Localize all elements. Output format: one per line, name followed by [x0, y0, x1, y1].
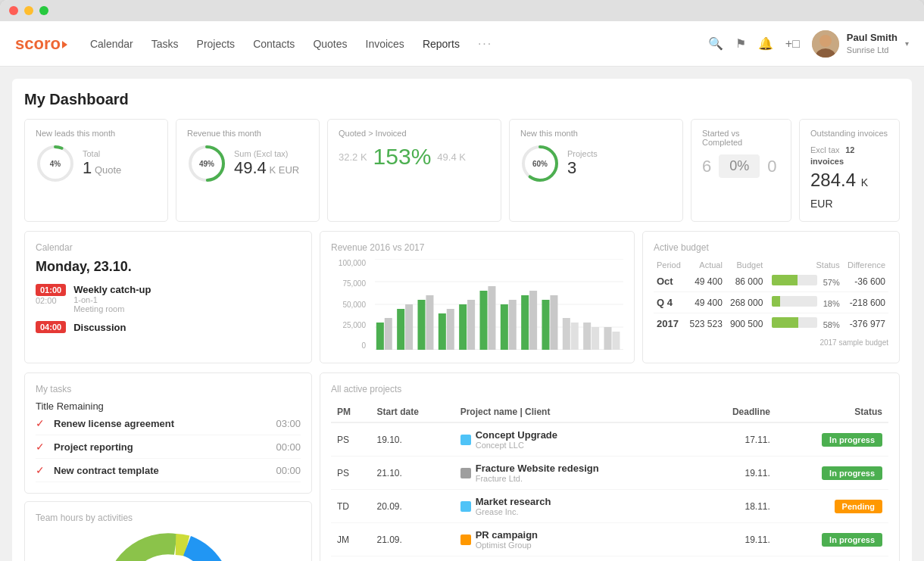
budget-row-2017: 2017 523 523 900 500 58% -376 977: [654, 313, 888, 335]
bookmark-icon[interactable]: ⚑: [735, 36, 746, 51]
project-row[interactable]: TD 20.09. Market research Grease Inc. 18…: [331, 490, 888, 523]
stat-leads: New leads this month 4% Total 1: [24, 119, 168, 222]
nav-tasks[interactable]: Tasks: [151, 38, 179, 50]
stat-quoted-label: Quoted > Invoiced: [339, 129, 490, 138]
nav-reports[interactable]: Reports: [423, 38, 460, 50]
project-row[interactable]: JM 21.09. PR campaign Optimist Group 19.…: [331, 523, 888, 556]
budget-actual-q4: 49 400: [685, 292, 725, 313]
budget-col-actual: Actual: [685, 259, 725, 271]
svg-rect-14: [376, 323, 384, 350]
stat-started-vs-label: Started vs Completed: [702, 129, 780, 147]
proj-status-badge: In progress: [822, 533, 882, 547]
nav-quotes[interactable]: Quotes: [313, 38, 347, 50]
dashboard-title: My Dashboard: [24, 91, 900, 108]
logo-arrow-icon: [62, 41, 67, 48]
new-month-percent: 60%: [532, 160, 548, 168]
team-hours-card: Team hours by activities: [24, 501, 312, 561]
event-2-title: Discussion: [73, 322, 126, 333]
budget-period-q4: Q 4: [654, 292, 685, 313]
started-right: 0: [767, 157, 776, 176]
proj-client: Concept LLC: [476, 441, 557, 450]
proj-deadline: 19.11.: [699, 457, 776, 490]
event-1-start: 01:00: [36, 284, 66, 296]
proj-start: 20.09.: [371, 556, 454, 562]
chart-bars-area: [375, 259, 623, 352]
event-1-sub1: 1-on-1: [73, 295, 301, 304]
revenue-circle: 49%: [187, 144, 226, 183]
stat-leads-content: 4% Total 1 Quote: [36, 144, 157, 183]
budget-diff-2017: -376 977: [843, 313, 888, 335]
add-icon[interactable]: +□: [785, 37, 800, 51]
more-menu-button[interactable]: ···: [478, 37, 492, 51]
project-row[interactable]: PS 21.10. Fracture Website redesign Frac…: [331, 457, 888, 490]
svg-rect-17: [405, 304, 413, 350]
svg-rect-26: [501, 304, 508, 350]
stat-outstanding-label: Outstanding invoices: [810, 129, 888, 138]
logo[interactable]: scoro: [15, 34, 67, 54]
navbar: scoro Calendar Tasks Projects Contacts Q…: [0, 21, 924, 67]
stat-new-month-label: New this month: [520, 129, 672, 138]
svg-rect-21: [447, 309, 454, 350]
svg-rect-27: [509, 300, 517, 350]
search-icon[interactable]: 🔍: [708, 36, 723, 51]
maximize-button[interactable]: [39, 6, 48, 15]
close-button[interactable]: [9, 6, 18, 15]
project-row[interactable]: PS 19.10. Concept Upgrade Concept LLC 17…: [331, 422, 888, 457]
proj-name: Fracture Website redesign: [476, 463, 599, 474]
nav-icons: 🔍 ⚑ 🔔 +□: [708, 36, 800, 51]
avatar-image: [812, 30, 839, 58]
project-row[interactable]: KM 20.09. Project for Luminous Group 18.…: [331, 556, 888, 562]
nav-invoices[interactable]: Invoices: [366, 38, 404, 50]
stat-leads-label: New leads this month: [36, 129, 157, 138]
task-2-time: 00:00: [276, 441, 301, 453]
budget-row-q4: Q 4 49 400 268 000 18% -218 600: [654, 292, 888, 313]
budget-label: Active budget: [654, 242, 888, 253]
svg-point-1: [819, 35, 832, 47]
leads-percent: 4%: [50, 160, 61, 168]
stat-revenue-label: Revenue this month: [187, 129, 308, 138]
stats-row: New leads this month 4% Total 1: [24, 119, 900, 222]
proj-pm: JM: [331, 523, 371, 556]
budget-col-diff: Difference: [843, 259, 888, 271]
proj-start: 19.10.: [371, 422, 454, 457]
dashboard: My Dashboard New leads this month 4%: [12, 79, 912, 561]
svg-rect-34: [583, 323, 591, 350]
budget-table: Period Actual Budget Status Difference O…: [654, 259, 888, 334]
leads-circle: 4%: [36, 144, 75, 183]
budget-budget-oct: 86 000: [726, 271, 766, 292]
titlebar: [0, 0, 924, 21]
task-1-name: Renew license agreement: [54, 418, 270, 429]
minimize-button[interactable]: [24, 6, 33, 15]
proj-client: Grease Inc.: [476, 507, 551, 516]
task-row-2[interactable]: ✓ Project reporting 00:00: [36, 435, 301, 459]
budget-row-oct: Oct 49 400 86 000 57% -36 600: [654, 271, 888, 292]
tasks-label: My tasks: [36, 384, 301, 394]
started-left: 6: [702, 157, 711, 176]
task-3-check-icon: ✓: [36, 464, 48, 476]
task-row-3[interactable]: ✓ New contract template 00:00: [36, 459, 301, 482]
notifications-icon[interactable]: 🔔: [758, 36, 773, 51]
avatar: [812, 30, 839, 58]
chart-svg: [375, 259, 623, 350]
budget-diff-oct: -36 600: [843, 271, 888, 292]
nav-calendar[interactable]: Calendar: [90, 38, 133, 50]
proj-col-deadline: Deadline: [699, 402, 776, 422]
new-month-circle: 60%: [520, 144, 560, 183]
task-1-check-icon: ✓: [36, 417, 48, 429]
user-menu[interactable]: Paul Smith Sunrise Ltd ▾: [812, 30, 909, 58]
proj-status-badge: Pending: [835, 500, 882, 513]
svg-rect-18: [417, 300, 425, 350]
task-row-1[interactable]: ✓ Renew license agreement 03:00: [36, 412, 301, 435]
svg-rect-28: [521, 295, 529, 350]
team-hours-label: Team hours by activities: [36, 513, 301, 523]
nav-contacts[interactable]: Contacts: [253, 38, 295, 50]
event-2-start: 04:00: [36, 321, 66, 333]
budget-note: 2017 sample budget: [654, 338, 888, 347]
event-1: 01:00 02:00 Weekly catch-up 1-on-1 Meeti…: [36, 284, 301, 313]
stat-revenue-content: 49% Sum (Excl tax) 49.4 K EUR: [187, 144, 308, 183]
nav-projects[interactable]: Projects: [197, 38, 236, 50]
budget-budget-2017: 900 500: [726, 313, 766, 335]
svg-rect-22: [459, 304, 467, 350]
projects-label: All active projects: [331, 384, 888, 394]
svg-rect-37: [612, 332, 620, 350]
